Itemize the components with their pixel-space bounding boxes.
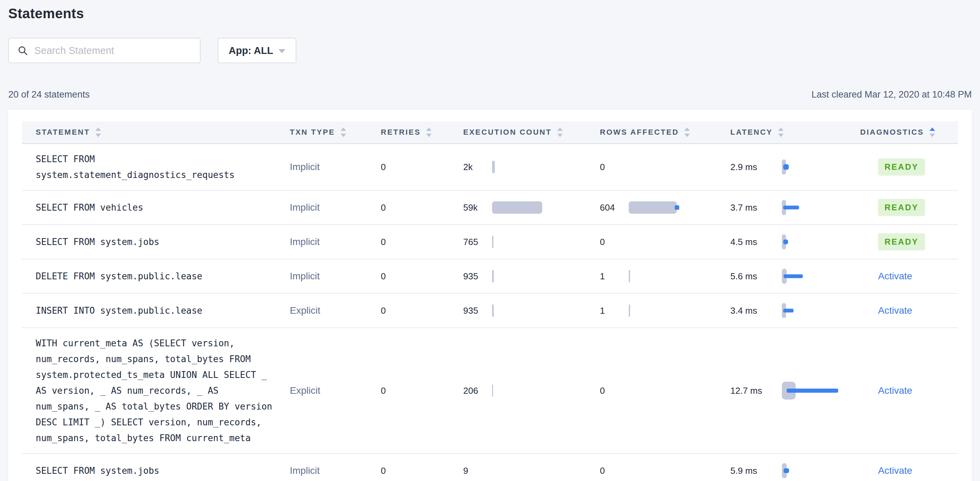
diagnostics-activate-link[interactable]: Activate — [878, 271, 912, 281]
diagnostics-cell: READY — [860, 233, 956, 250]
column-header-diagnostics[interactable]: DIAGNOSTICS — [860, 127, 956, 137]
diagnostics-activate-link[interactable]: Activate — [878, 465, 912, 476]
page-title: Statements — [8, 5, 972, 22]
latency-value: 3.7 ms — [730, 202, 782, 213]
rows-affected-bar-track — [629, 461, 730, 480]
search-box[interactable] — [8, 38, 200, 63]
txn-type-cell: Implicit — [290, 161, 381, 172]
retries-cell: 0 — [381, 385, 463, 396]
sort-desc-arrow-icon — [929, 134, 935, 137]
latency-value: 12.7 ms — [730, 385, 782, 396]
txn-type-value: Explicit — [290, 305, 320, 316]
latency-chart — [782, 381, 860, 400]
column-header-label: DIAGNOSTICS — [860, 128, 924, 137]
execution-count-bar-track — [492, 198, 600, 217]
rows-affected-bar-track — [629, 198, 730, 217]
sort-icon[interactable] — [929, 127, 935, 137]
last-cleared-text: Last cleared Mar 12, 2020 at 10:48 PM — [811, 89, 972, 100]
diagnostics-cell: Activate — [860, 305, 956, 316]
column-header-execution-count[interactable]: EXECUTION COUNT — [463, 127, 600, 137]
execution-count-value: 2k — [463, 162, 492, 172]
column-header-latency[interactable]: LATENCY — [730, 127, 860, 137]
execution-count-bar — [492, 384, 493, 397]
statement-cell: SELECT FROM system.statement_diagnostics… — [22, 151, 290, 183]
sort-desc-arrow-icon — [684, 134, 690, 137]
latency-cell: 3.4 ms — [730, 301, 860, 320]
latency-chart — [782, 232, 860, 252]
table-body: SELECT FROM system.statement_diagnostics… — [22, 144, 958, 481]
retries-cell: 0 — [381, 306, 463, 316]
rows-affected-value: 0 — [600, 385, 629, 396]
sort-icon[interactable] — [95, 127, 101, 137]
statement-text[interactable]: SELECT FROM system.jobs — [22, 463, 290, 479]
column-header-label: ROWS AFFECTED — [600, 128, 679, 137]
latency-chart — [782, 461, 860, 480]
execution-count-cell: 935 — [463, 301, 600, 320]
statement-text[interactable]: WITH current_meta AS (SELECT version, nu… — [22, 335, 290, 446]
toolbar: App: ALL — [8, 38, 972, 63]
summary-row: 20 of 24 statements Last cleared Mar 12,… — [8, 89, 972, 100]
txn-type-value: Implicit — [290, 271, 320, 281]
search-input[interactable] — [34, 45, 192, 56]
txn-type-value: Implicit — [290, 236, 320, 247]
diagnostics-ready-badge[interactable]: READY — [878, 233, 925, 250]
diagnostics-activate-link[interactable]: Activate — [878, 385, 912, 396]
diagnostics-ready-badge[interactable]: READY — [878, 199, 925, 216]
execution-count-bar — [492, 270, 494, 282]
table-row: SELECT FROM system.jobsImplicit0905.9 ms… — [22, 454, 958, 481]
latency-value: 3.4 ms — [730, 306, 782, 316]
diagnostics-ready-badge[interactable]: READY — [878, 158, 925, 175]
app-filter-dropdown[interactable]: App: ALL — [218, 38, 296, 63]
rows-affected-cell: 0 — [600, 232, 730, 252]
column-header-retries[interactable]: RETRIES — [381, 127, 463, 137]
rows-affected-value: 0 — [600, 162, 629, 172]
table-row: INSERT INTO system.public.leaseExplicit0… — [22, 294, 958, 328]
execution-count-bar — [492, 236, 493, 248]
latency-mean-bar — [784, 274, 803, 278]
statement-text[interactable]: DELETE FROM system.public.lease — [22, 268, 290, 284]
sort-asc-arrow-icon — [929, 127, 935, 131]
execution-count-value: 765 — [463, 237, 492, 247]
execution-count-cell: 59k — [463, 198, 600, 217]
column-header-txn-type[interactable]: TXN TYPE — [290, 127, 381, 137]
sort-asc-arrow-icon — [340, 127, 346, 131]
statement-cell: SELECT FROM vehicles — [22, 200, 290, 215]
txn-type-cell: Implicit — [290, 271, 381, 282]
statement-text[interactable]: SELECT FROM system.jobs — [22, 234, 290, 250]
sort-icon[interactable] — [340, 127, 346, 137]
statement-text[interactable]: INSERT INTO system.public.lease — [22, 303, 290, 319]
execution-count-bar-track — [492, 301, 600, 320]
execution-count-cell: 935 — [463, 267, 600, 286]
statement-text[interactable]: SELECT FROM vehicles — [22, 200, 290, 215]
diagnostics-cell: Activate — [860, 271, 956, 282]
column-header-statement[interactable]: STATEMENT — [22, 127, 290, 137]
txn-type-value: Implicit — [290, 465, 320, 476]
statements-count: 20 of 24 statements — [8, 89, 90, 100]
latency-chart — [782, 198, 860, 217]
rows-affected-cell: 0 — [600, 461, 730, 480]
latency-value: 2.9 ms — [730, 162, 782, 172]
diagnostics-activate-link[interactable]: Activate — [878, 305, 912, 316]
execution-count-value: 9 — [463, 465, 492, 476]
table-row: SELECT FROM system.statement_diagnostics… — [22, 144, 958, 191]
retries-cell: 0 — [381, 202, 463, 213]
rows-affected-value: 1 — [600, 306, 629, 316]
rows-affected-value: 1 — [600, 271, 629, 282]
sort-icon[interactable] — [778, 127, 784, 137]
statement-text[interactable]: SELECT FROM system.statement_diagnostics… — [22, 151, 290, 183]
sort-icon[interactable] — [426, 127, 432, 137]
sort-desc-arrow-icon — [778, 134, 784, 137]
sort-icon[interactable] — [684, 127, 690, 137]
table-row: WITH current_meta AS (SELECT version, nu… — [22, 328, 958, 454]
statement-cell: DELETE FROM system.public.lease — [22, 268, 290, 284]
latency-cell: 2.9 ms — [730, 158, 860, 177]
sort-desc-arrow-icon — [426, 134, 432, 137]
chevron-down-icon — [278, 49, 285, 53]
execution-count-value: 206 — [463, 385, 492, 396]
sort-icon[interactable] — [557, 127, 563, 137]
column-header-rows-affected[interactable]: ROWS AFFECTED — [600, 127, 730, 137]
column-header-label: LATENCY — [730, 128, 773, 137]
latency-mean-bar — [783, 239, 788, 244]
execution-count-bar-track — [492, 158, 600, 177]
rows-affected-cell: 1 — [600, 267, 730, 286]
